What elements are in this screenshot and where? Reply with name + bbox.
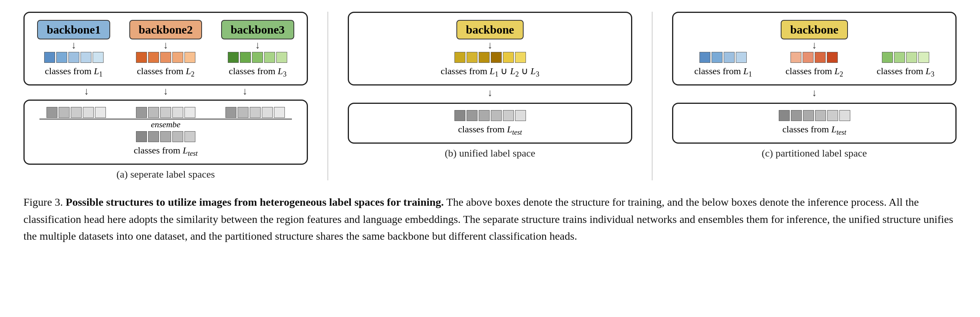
figure-bold-caption: Possible structures to utilize images fr… — [66, 196, 444, 208]
block — [503, 110, 514, 121]
diagram-b-top-box: backbone ↓ classes from L1 ∪ L2 ∪ L3 — [348, 12, 632, 85]
c-label-1: classes from L1 — [694, 65, 752, 79]
block — [184, 107, 195, 118]
block — [172, 131, 183, 142]
bb1-class-label: classes from L1 — [45, 65, 103, 79]
block — [815, 52, 826, 63]
backbone-b-label: backbone — [456, 20, 523, 39]
ensemble-text-label: ensembe — [151, 119, 181, 130]
diagram-c-caption: (c) partitioned label space — [762, 148, 867, 159]
c-label-2: classes from L2 — [785, 65, 843, 79]
part-group-3: classes from L3 — [876, 51, 934, 79]
part-g2-blocks — [790, 52, 838, 63]
block — [172, 52, 183, 63]
block — [83, 107, 94, 118]
block — [736, 52, 747, 63]
diagram-b-bottom-box: classes from Ltest — [348, 103, 632, 144]
block — [839, 110, 850, 121]
b-unified-class-label: classes from L1 ∪ L2 ∪ L3 — [441, 65, 539, 79]
arrow-a3-down: ↓ — [242, 86, 247, 96]
block — [262, 107, 273, 118]
block — [44, 52, 55, 63]
block — [95, 107, 106, 118]
diagram-c-top-box: backbone ↓ — [672, 12, 957, 85]
block — [160, 107, 171, 118]
block — [264, 52, 275, 63]
block — [68, 52, 79, 63]
bb1-blocks — [44, 52, 104, 63]
ensemble-row2 — [136, 107, 195, 118]
backbone3-col: backbone3 ↓ classes from L3 — [221, 20, 294, 79]
ensemble-area: ensembe classes from Ltest — [32, 106, 300, 158]
divider-1 — [327, 12, 328, 180]
c-test-blocks — [779, 110, 850, 121]
figure-caption: Figure 3. Possible structures to utilize… — [23, 194, 957, 244]
block — [225, 107, 236, 118]
block — [56, 52, 67, 63]
block — [454, 110, 465, 121]
block — [699, 52, 710, 63]
block — [454, 52, 465, 63]
part-g3-blocks — [882, 52, 929, 63]
block — [479, 110, 490, 121]
arrow-bb3: ↓ — [255, 40, 260, 50]
block — [93, 52, 104, 63]
backbone1-col: backbone1 ↓ classes from L1 — [37, 20, 110, 79]
block — [503, 52, 514, 63]
ensemble-row1 — [46, 107, 106, 118]
block — [240, 52, 251, 63]
block — [148, 52, 159, 63]
backbone2-col: backbone2 ↓ classes from L2 — [129, 20, 202, 79]
b-bottom-class-label: classes from Ltest — [458, 123, 522, 137]
bb3-blocks — [228, 52, 287, 63]
diagram-b: backbone ↓ classes from L1 ∪ L2 ∪ L3 — [348, 12, 632, 159]
block — [827, 110, 838, 121]
block — [491, 52, 502, 63]
part-group-2: classes from L2 — [785, 51, 843, 79]
diagram-a-top-box: backbone1 ↓ classes from L1 — [23, 12, 308, 85]
block — [148, 107, 159, 118]
backbone3-label: backbone3 — [221, 20, 294, 39]
diagram-c-bottom-box: classes from Ltest — [672, 103, 957, 144]
arrow-a1-down: ↓ — [84, 86, 89, 96]
ensemble-combined-row — [136, 131, 195, 142]
block — [803, 52, 814, 63]
arrow-a2-down: ↓ — [163, 86, 168, 96]
block — [148, 131, 159, 142]
block — [918, 52, 929, 63]
part-group-1: classes from L1 — [694, 51, 752, 79]
block — [59, 107, 70, 118]
block — [515, 52, 526, 63]
diagrams-row: backbone1 ↓ classes from L1 — [23, 12, 957, 180]
block — [906, 52, 917, 63]
backbone1-label: backbone1 — [37, 20, 110, 39]
block — [467, 52, 477, 63]
block — [160, 131, 171, 142]
block — [467, 110, 477, 121]
block — [238, 107, 249, 118]
block — [815, 110, 826, 121]
c-label-3: classes from L3 — [876, 65, 934, 79]
block — [479, 52, 490, 63]
block — [724, 52, 735, 63]
a-bottom-class-label: classes from Ltest — [134, 144, 198, 158]
block — [184, 131, 195, 142]
block — [803, 110, 814, 121]
block — [791, 110, 802, 121]
block — [515, 110, 526, 121]
block — [712, 52, 722, 63]
block — [276, 52, 287, 63]
bb3-class-label: classes from L3 — [229, 65, 286, 79]
arrow-bb1: ↓ — [71, 40, 76, 50]
figure-number: Figure 3. — [23, 196, 66, 208]
partitioned-groups: classes from L1 classes from — [680, 51, 948, 79]
block — [252, 52, 263, 63]
bb2-blocks — [136, 52, 195, 63]
arrow-bb2: ↓ — [163, 40, 168, 50]
block — [184, 52, 195, 63]
block — [491, 110, 502, 121]
main-container: backbone1 ↓ classes from L1 — [23, 12, 957, 245]
bb-unified-blocks — [454, 52, 526, 63]
block — [136, 131, 147, 142]
block — [172, 107, 183, 118]
